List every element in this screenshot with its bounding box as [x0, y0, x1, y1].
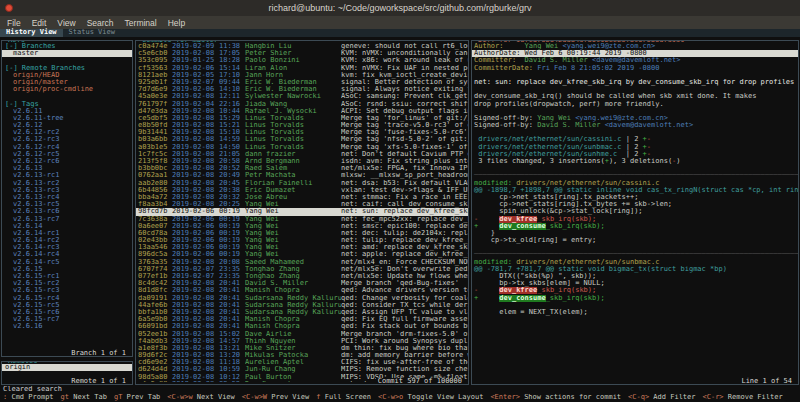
- ref-row[interactable]: v2.6.13: [2, 165, 132, 172]
- ref-row[interactable]: v2.6.12-rc5: [2, 151, 132, 158]
- commit-row[interactable]: 213f5f82019-02-0820:58Arnd Bergmannisdn:…: [136, 158, 468, 165]
- commit-row[interactable]: f4abdb32019-02-0814:57Thinh NguyenPCI: W…: [136, 338, 468, 345]
- commit-row[interactable]: 8d1d8fc2019-02-0820:41Manish Chopraqed: …: [136, 287, 468, 294]
- menu-search[interactable]: Search: [87, 18, 114, 28]
- commit-row[interactable]: 6a5e9b02019-02-0820:41Manish Chopraqed: …: [136, 316, 468, 323]
- menu-terminal[interactable]: Terminal: [125, 18, 157, 28]
- ref-row[interactable]: master: [2, 50, 132, 57]
- commit-row[interactable]: bba4a722019-02-0820:32Jose Abreunet: stm…: [136, 194, 468, 201]
- ref-row[interactable]: v2.6.13-rc5: [2, 201, 132, 208]
- commit-row[interactable]: 44afe6b2019-02-0820:41Sudarsana Reddy Ka…: [136, 302, 468, 309]
- commit-row[interactable]: 60cd78a2019-02-0600:19Yang Weinet: dec: …: [136, 230, 468, 237]
- ref-row[interactable]: v2.6.16: [2, 323, 132, 330]
- ref-row[interactable]: origin/HEAD: [2, 72, 132, 79]
- commit-row[interactable]: 6707f742019-02-0723:35Tonghao Zhangnet/m…: [136, 266, 468, 273]
- commit-row[interactable]: b03a6bb2019-02-0814:59Linus TorvaldsMerg…: [136, 136, 468, 143]
- commit-row[interactable]: 896dc5a2019-02-0600:19Yang Weinet: apple…: [136, 251, 468, 258]
- ref-row[interactable]: v2.6.14-rc1: [2, 230, 132, 237]
- help-binding[interactable]: <Enter> Show actions for commit: [490, 394, 621, 402]
- commit-row[interactable]: ce5dbf52019-02-0815:29Linus TorvaldsMerg…: [136, 115, 468, 122]
- commit-row[interactable]: cf535632019-02-0615:14Liran AlonKVM: nVM…: [136, 65, 468, 72]
- ref-row[interactable]: v2.6.15-rc6: [2, 309, 132, 316]
- menu-edit[interactable]: Edit: [32, 18, 47, 28]
- help-binding[interactable]: : Cmd Prompt: [3, 394, 54, 402]
- close-button[interactable]: [5, 4, 13, 12]
- ref-row[interactable]: v2.6.13-rc6: [2, 208, 132, 215]
- commit-row[interactable]: 7c3638a2019-02-0600:19Yang Weinet: fec_m…: [136, 216, 468, 223]
- commit-row[interactable]: f8aa3b42019-02-0820:25Yang Weinet: caif:…: [136, 201, 468, 208]
- commit-row[interactable]: 13aa5462019-02-0600:19Yang Weinet: amd: …: [136, 244, 468, 251]
- remote-row[interactable]: origin: [2, 364, 132, 371]
- commit-row[interactable]: 3763a352019-02-0820:08Saeed Mahameednet/…: [136, 259, 468, 266]
- ref-row[interactable]: v2.6.13-rc4: [2, 194, 132, 201]
- commit-row[interactable]: d47e3da2019-02-0810:44Rafael J. WysockiA…: [136, 108, 468, 115]
- commit-row[interactable]: 66091bd2019-02-0820:41Manish Chopraqed: …: [136, 323, 468, 330]
- commit-row[interactable]: c5e6cb02019-02-0817:05Peter ShierKVM: nV…: [136, 50, 468, 57]
- menu-file[interactable]: File: [7, 18, 21, 28]
- commit-row[interactable]: 353c0952019-01-2518:28Paolo BonziniKVM: …: [136, 57, 468, 64]
- menu-view[interactable]: View: [57, 18, 75, 28]
- ref-row[interactable]: v2.6.12: [2, 122, 132, 129]
- ref-row[interactable]: v2.6.15-rc3: [2, 287, 132, 294]
- commit-row[interactable]: d624d4d2019-02-0810:59Jun-Ru ChangMIPS: …: [136, 366, 468, 373]
- tab-history-view[interactable]: History View: [0, 29, 63, 37]
- commit-row[interactable]: 0a6ee072019-02-0600:19Yang Weinet: smsc:…: [136, 223, 468, 230]
- ref-row[interactable]: v2.6.14-rc4: [2, 251, 132, 258]
- commit-row[interactable]: 8121aeb2019-02-0517:10Jann Hornkvm: fix …: [136, 72, 468, 79]
- ref-section-header[interactable]: [-] Branches: [2, 43, 132, 50]
- ref-row[interactable]: v2.6.15-rc4: [2, 295, 132, 302]
- commit-row[interactable]: 02e43bb2019-02-0600:19Yang Weinet: tulip…: [136, 237, 468, 244]
- commit-row[interactable]: e8b50fd2019-02-0815:21Linus TorvaldsMerg…: [136, 122, 468, 129]
- commit-row[interactable]: bbfa1b02019-02-0820:41Sudarsana Reddy Ka…: [136, 309, 468, 316]
- commit-row[interactable]: 052ee1b2019-02-0815:02Dave AirlieMerge b…: [136, 331, 468, 338]
- tab-status-view[interactable]: Status View: [63, 29, 121, 37]
- commit-row[interactable]: 45a0e3e2019-02-0812:11Sylwester Nawrocki…: [136, 93, 468, 100]
- ref-row[interactable]: v2.6.11-tree: [2, 115, 132, 122]
- commit-row[interactable]: 89d6f2c2019-02-0813:20Mikulas Patockadm:…: [136, 352, 468, 359]
- commit-row[interactable]: b3bb0bc2019-02-0820:52Raed Salemnet/mlx5…: [136, 165, 468, 172]
- ref-row[interactable]: v2.6.12-rc3: [2, 136, 132, 143]
- ref-row[interactable]: v2.6.13-rc2: [2, 180, 132, 187]
- commit-row[interactable]: 7d7d6e92019-02-0614:10Eric W. Biedermans…: [136, 86, 468, 93]
- commit-row[interactable]: c0a474e2019-02-0911:38Hangbin Liugeneve:…: [136, 43, 468, 50]
- commit-row[interactable]: da091912019-02-0820:41Sudarsana Reddy Ka…: [136, 295, 468, 302]
- ref-row[interactable]: v2.6.15: [2, 266, 132, 273]
- commit-row[interactable]: 925eb1f2019-02-0709:44Eric W. Biedermans…: [136, 79, 468, 86]
- commit-row[interactable]: 761797f2019-02-0422:16Jiada WangASoC: rs…: [136, 101, 468, 108]
- ref-row[interactable]: v2.6.14: [2, 223, 132, 230]
- commit-row[interactable]: 1c7fc5c2019-02-0821:05dann fraziernet: D…: [136, 151, 468, 158]
- help-binding[interactable]: f Full Screen: [316, 394, 371, 402]
- ref-row[interactable]: v2.6.14-rc2: [2, 237, 132, 244]
- ref-row[interactable]: v2.6.14-rc5: [2, 259, 132, 266]
- menu-help[interactable]: Help: [168, 18, 185, 28]
- ref-row[interactable]: v2.6.14-rc3: [2, 244, 132, 251]
- commit-row[interactable]: aab2e802019-02-0820:45Florian Fainelline…: [136, 180, 468, 187]
- ref-row[interactable]: v2.6.15-rc2: [2, 280, 132, 287]
- commit-row[interactable]: 6b448562019-02-0820:38Eric Dumazetvxlan:…: [136, 187, 468, 194]
- help-binding[interactable]: <C-w>o Toggle View Layout: [378, 394, 483, 402]
- ref-row[interactable]: origin/proc-cmdline: [2, 86, 132, 93]
- ref-section-header[interactable]: [-] Tags: [2, 101, 132, 108]
- commit-row[interactable]: 0762aa12019-02-0820:49Petr Machatamlxsw:…: [136, 172, 468, 179]
- ref-section-header[interactable]: [-] Remote Branches: [2, 65, 132, 72]
- help-binding[interactable]: <C-w>W Prev View: [242, 394, 309, 402]
- help-binding[interactable]: <C-q> Add Filter: [628, 394, 695, 402]
- ref-row[interactable]: v2.6.12-rc6: [2, 158, 132, 165]
- ref-row[interactable]: v2.6.12-rc4: [2, 144, 132, 151]
- ref-row[interactable]: v2.6.15-rc5: [2, 302, 132, 309]
- ref-row[interactable]: v2.6.13-rc3: [2, 187, 132, 194]
- ref-row[interactable]: v2.6.13-rc1: [2, 172, 132, 179]
- commit-row[interactable]: 077ef1b2019-02-0723:35Tonghao Zhangnet/m…: [136, 273, 468, 280]
- commit-row[interactable]: 8c4dc422019-02-0820:41David S. MillerMer…: [136, 280, 468, 287]
- help-binding[interactable]: gt Next Tab: [61, 394, 107, 402]
- ref-row[interactable]: v2.6.13-rc7: [2, 216, 132, 223]
- commit-row[interactable]: 98fcd7b2019-02-0600:19Yang Weinet: sun: …: [136, 208, 468, 215]
- help-binding[interactable]: gT Prev Tab: [114, 394, 160, 402]
- ref-row[interactable]: origin/master: [2, 79, 132, 86]
- commit-row[interactable]: a1e8f3b2019-02-0813:21Mike Snitzerdm thi…: [136, 345, 468, 352]
- ref-row[interactable]: v2.6.15-rc7: [2, 316, 132, 323]
- ref-row[interactable]: v2.6.11: [2, 108, 132, 115]
- ref-row[interactable]: v2.6.15-rc1: [2, 273, 132, 280]
- help-binding[interactable]: <C-w>w Next View: [167, 394, 234, 402]
- commit-row[interactable]: a03b1e52019-02-0814:50Linus TorvaldsMerg…: [136, 144, 468, 151]
